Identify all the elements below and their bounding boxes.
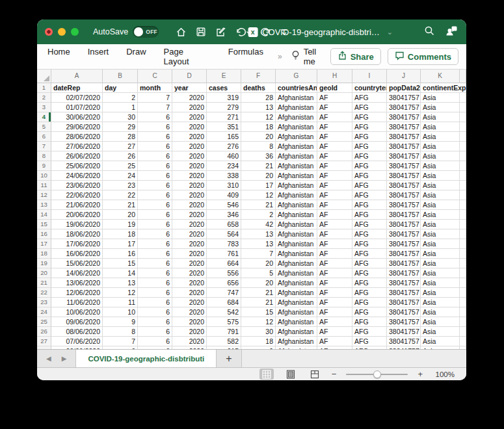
tab-home[interactable]: Home xyxy=(47,47,70,66)
cell-C13[interactable]: 6 xyxy=(138,200,172,210)
cell-F28[interactable]: 9 xyxy=(241,346,276,349)
save-icon[interactable] xyxy=(196,27,206,37)
cell-E15[interactable]: 658 xyxy=(207,220,241,229)
cell-F20[interactable]: 5 xyxy=(241,268,276,278)
cell-G5[interactable]: Afghanistan xyxy=(276,122,317,132)
cell-A21[interactable]: 13/06/2020 xyxy=(51,278,103,288)
cell-B16[interactable]: 18 xyxy=(103,229,138,239)
cell-G23[interactable]: Afghanistan xyxy=(276,298,317,307)
cell-K20[interactable]: Asia xyxy=(421,268,460,278)
cell-F19[interactable]: 20 xyxy=(241,259,276,268)
share-button[interactable]: Share xyxy=(330,48,381,65)
cell-K11[interactable]: Asia xyxy=(421,181,460,190)
cell-partial-18[interactable] xyxy=(460,249,466,259)
cell-G3[interactable]: Afghanistan xyxy=(276,103,317,112)
cell-E10[interactable]: 338 xyxy=(207,171,241,181)
comments-button[interactable]: Comments xyxy=(388,48,458,65)
cell-partial-4[interactable] xyxy=(460,112,466,122)
cell-K28[interactable]: Asia xyxy=(421,346,460,349)
cell-C25[interactable]: 6 xyxy=(138,317,172,327)
cell-partial-28[interactable] xyxy=(460,346,466,349)
cell-partial-16[interactable] xyxy=(460,229,466,239)
cell-partial-2[interactable] xyxy=(460,93,466,103)
title-chevron-icon[interactable]: ⌄ xyxy=(387,28,393,36)
cell-I16[interactable]: AFG xyxy=(352,229,387,239)
cell-B25[interactable]: 9 xyxy=(103,317,138,327)
cell-H6[interactable]: AF xyxy=(317,132,352,142)
row-header-8[interactable]: 8 xyxy=(37,151,51,161)
cell-E25[interactable]: 575 xyxy=(207,317,241,327)
cell-J19[interactable]: 38041757 xyxy=(387,259,421,268)
row-header-10[interactable]: 10 xyxy=(37,171,51,181)
zoom-in-button[interactable]: + xyxy=(418,370,423,378)
cell-I24[interactable]: AFG xyxy=(352,307,387,317)
cell-partial-15[interactable] xyxy=(460,220,466,229)
cell-I14[interactable]: AFG xyxy=(352,210,387,220)
cell-F25[interactable]: 12 xyxy=(241,317,276,327)
cell-C5[interactable]: 6 xyxy=(138,122,172,132)
cell-E2[interactable]: 319 xyxy=(207,93,241,103)
cell-I21[interactable]: AFG xyxy=(352,278,387,288)
cell-H12[interactable]: AF xyxy=(317,190,352,200)
cell-K10[interactable]: Asia xyxy=(421,171,460,181)
cell-H17[interactable]: AF xyxy=(317,239,352,249)
cell-F10[interactable]: 20 xyxy=(241,171,276,181)
cell-F12[interactable]: 12 xyxy=(241,190,276,200)
cell-D21[interactable]: 2020 xyxy=(172,278,207,288)
cell-B20[interactable]: 14 xyxy=(103,268,138,278)
cell-J3[interactable]: 38041757 xyxy=(387,103,421,112)
cell-D10[interactable]: 2020 xyxy=(172,171,207,181)
cell-A8[interactable]: 26/06/2020 xyxy=(51,151,103,161)
cell-D22[interactable]: 2020 xyxy=(172,288,207,298)
home-icon[interactable] xyxy=(176,27,187,38)
cell-K19[interactable]: Asia xyxy=(421,259,460,268)
cell-I22[interactable]: AFG xyxy=(352,288,387,298)
cell-H8[interactable]: AF xyxy=(317,151,352,161)
cell-partial-26[interactable] xyxy=(460,327,466,337)
cell-I27[interactable]: AFG xyxy=(352,337,387,346)
cell-K24[interactable]: Asia xyxy=(421,307,460,317)
cell-A11[interactable]: 23/06/2020 xyxy=(51,181,103,190)
row-header-20[interactable]: 20 xyxy=(37,268,51,278)
add-sheet-button[interactable]: + xyxy=(217,350,241,367)
cell-D20[interactable]: 2020 xyxy=(172,268,207,278)
cell-J17[interactable]: 38041757 xyxy=(387,239,421,249)
cell-A16[interactable]: 18/06/2020 xyxy=(51,229,103,239)
search-icon[interactable] xyxy=(424,25,435,39)
minimize-button[interactable] xyxy=(58,28,66,36)
row-header-5[interactable]: 5 xyxy=(37,122,51,132)
cell-D12[interactable]: 2020 xyxy=(172,190,207,200)
cell-J15[interactable]: 38041757 xyxy=(387,220,421,229)
cell-B11[interactable]: 23 xyxy=(103,181,138,190)
cell-I18[interactable]: AFG xyxy=(352,249,387,259)
cell-E11[interactable]: 310 xyxy=(207,181,241,190)
cell-partial-3[interactable] xyxy=(460,103,466,112)
cell-K27[interactable]: Asia xyxy=(421,337,460,346)
cell-A6[interactable]: 28/06/2020 xyxy=(51,132,103,142)
cell-H15[interactable]: AF xyxy=(317,220,352,229)
cell-C15[interactable]: 6 xyxy=(138,220,172,229)
cell-J11[interactable]: 38041757 xyxy=(387,181,421,190)
cell-A4[interactable]: 30/06/2020 xyxy=(51,112,103,122)
cell-E22[interactable]: 747 xyxy=(207,288,241,298)
cell-E6[interactable]: 165 xyxy=(207,132,241,142)
zoom-slider[interactable] xyxy=(346,370,408,378)
cell-C19[interactable]: 6 xyxy=(138,259,172,268)
cell-G1[interactable]: countriesAndTerritories xyxy=(276,83,317,93)
cell-G6[interactable]: Afghanistan xyxy=(276,132,317,142)
row-header-26[interactable]: 26 xyxy=(37,327,51,337)
col-header-C[interactable]: C xyxy=(138,70,172,83)
prev-sheet-arrow-icon[interactable]: ◀ xyxy=(46,355,51,362)
account-icon[interactable] xyxy=(445,25,457,39)
cell-H13[interactable]: AF xyxy=(317,200,352,210)
cell-G7[interactable]: Afghanistan xyxy=(276,142,317,151)
cell-D1[interactable]: year xyxy=(172,83,207,93)
cell-A23[interactable]: 11/06/2020 xyxy=(51,298,103,307)
cell-D3[interactable]: 2020 xyxy=(172,103,207,112)
cell-H24[interactable]: AF xyxy=(317,307,352,317)
cell-C8[interactable]: 6 xyxy=(138,151,172,161)
cell-partial-6[interactable] xyxy=(460,132,466,142)
cell-C3[interactable]: 7 xyxy=(138,103,172,112)
cell-D26[interactable]: 2020 xyxy=(172,327,207,337)
row-header-21[interactable]: 21 xyxy=(37,278,51,288)
